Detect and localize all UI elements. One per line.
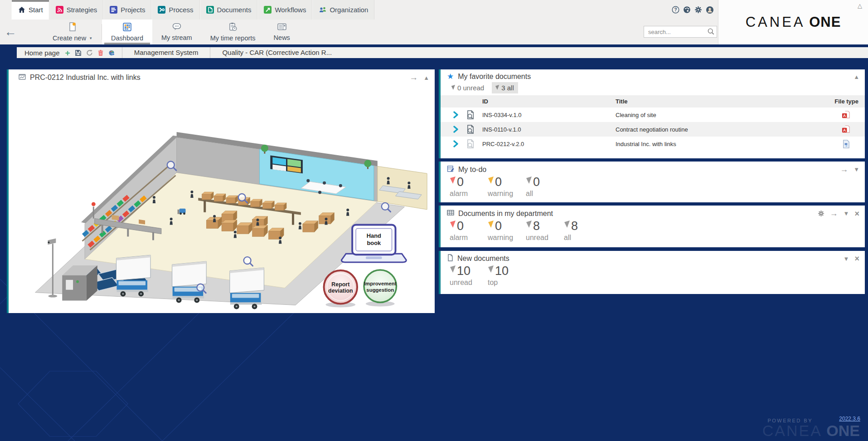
nav-tab-label: Strategies (67, 6, 97, 14)
dashboard-tab-quality-car[interactable]: Quality - CAR (Corrective Action R... (210, 47, 344, 58)
save-dashboard-icon[interactable] (75, 49, 82, 56)
nav-tab-start[interactable]: Start (11, 0, 49, 20)
pdf-file-icon[interactable] (842, 111, 850, 119)
count-warning[interactable]: 0 warning (488, 220, 514, 242)
collapse-panel-icon[interactable]: ▲ (853, 74, 859, 80)
news-button[interactable]: News (265, 20, 299, 44)
svg-text:Hand: Hand (367, 232, 381, 239)
help-icon[interactable]: ? (672, 6, 679, 14)
svg-text:deviation: deviation (328, 288, 353, 294)
doc-title: Contract negotiation routine (616, 126, 806, 133)
count-warning[interactable]: 0 warning (488, 176, 514, 198)
count-top[interactable]: 10 top (488, 265, 514, 287)
collapse-header-icon[interactable]: △ (858, 2, 862, 9)
column-title: Title (616, 98, 806, 105)
version-link[interactable]: 2022.3.6 (839, 416, 860, 422)
favorites-table: ID Title File type INS-0334-v.1.0 Cleani… (441, 95, 865, 151)
home-icon (18, 6, 25, 14)
stream-bubble-icon (172, 23, 181, 32)
report-deviation-button[interactable]: Report deviation (324, 270, 358, 307)
count-all[interactable]: 8 all (564, 220, 590, 242)
dashboard-tab-management-system[interactable]: Management System (122, 47, 210, 58)
linked-document-file-icon[interactable] (842, 140, 850, 148)
tab-all[interactable]: 3 all (492, 82, 518, 93)
refresh-icon[interactable] (86, 49, 93, 56)
workflows-icon (264, 6, 272, 14)
new-documents-header: New documents ▼ × (441, 251, 865, 264)
department-counts: 0 alarm 0 warning 8 unread 8 all (441, 219, 865, 242)
table-row[interactable]: PRC-0212-v.2.0 Industrial Inc. with link… (441, 137, 865, 151)
department-documents-panel: Documents in my department → ▼ × 0 alarm… (439, 206, 865, 247)
search-input[interactable] (644, 26, 717, 38)
document-preview-icon[interactable] (466, 125, 475, 134)
process-map-header: PRC-0212 Industrial Inc. with links → ▲ (9, 69, 435, 83)
dashboard-tab-home-page[interactable]: Home page (17, 49, 65, 57)
document-page-icon (447, 254, 453, 263)
nav-tab-label: Documents (217, 6, 252, 14)
dashboard-button[interactable]: Dashboard (102, 20, 152, 44)
search-icon[interactable] (708, 28, 714, 37)
department-header: Documents in my department → ▼ × (441, 206, 865, 219)
expand-panel-icon[interactable]: ▼ (844, 255, 849, 262)
open-in-arrow-icon[interactable]: → (840, 165, 848, 174)
svg-text:Report: Report (331, 281, 349, 288)
settings-gear-icon[interactable] (694, 6, 702, 14)
nav-tab-organization[interactable]: Organization (312, 0, 374, 20)
expand-panel-icon[interactable]: ▼ (853, 166, 859, 173)
document-preview-icon[interactable] (466, 110, 475, 120)
apply-theme-icon[interactable] (108, 49, 116, 56)
new-documents-title: New documents (457, 255, 509, 263)
expand-panel-icon[interactable]: ▼ (844, 210, 849, 217)
add-dashboard-icon[interactable]: + (65, 49, 70, 56)
nav-tab-label: Process (169, 6, 193, 14)
count-unread[interactable]: 8 unread (526, 220, 552, 242)
factory-process-map-illustration[interactable]: Hand book Report deviation Improvement s… (9, 83, 434, 310)
dashboard-icon (123, 23, 131, 33)
favorites-header: ★ My favorite documents ▲ (441, 69, 865, 82)
document-preview-icon[interactable] (466, 139, 475, 149)
nav-tab-workflows[interactable]: Workflows (257, 0, 312, 20)
process-map-icon (19, 74, 26, 82)
my-time-reports-button[interactable]: My time reports (201, 20, 265, 44)
flag-icon (488, 265, 494, 273)
close-panel-icon[interactable]: × (854, 255, 859, 262)
open-in-arrow-icon[interactable]: → (830, 209, 838, 218)
nav-tab-process[interactable]: Process (151, 0, 199, 20)
tab-unread[interactable]: 0 unread (448, 82, 488, 93)
close-panel-icon[interactable]: × (854, 211, 859, 217)
ribbon-toolbar: ← Create new▼ Dashboard My stream My tim… (0, 20, 718, 44)
brand-zone: △ CANEA ONE (718, 0, 868, 44)
nav-tab-label: Organization (330, 6, 368, 14)
palette-icon[interactable] (683, 6, 691, 14)
expand-chevron-icon[interactable] (453, 140, 459, 147)
count-unread[interactable]: 10 unread (450, 265, 476, 287)
expand-chevron-icon[interactable] (453, 111, 459, 118)
flag-icon (495, 85, 499, 90)
nav-tab-label: Workflows (275, 6, 306, 14)
create-new-button[interactable]: Create new▼ (44, 20, 102, 44)
create-new-icon (69, 22, 76, 33)
open-in-arrow-icon[interactable]: → (409, 73, 418, 83)
improvement-suggestion-button[interactable]: Improvement suggestion (364, 270, 397, 306)
nav-tab-strategies[interactable]: Strategies (49, 0, 104, 20)
table-row[interactable]: INS-0110-v.1.0 Contract negotiation rout… (441, 122, 865, 137)
table-row[interactable]: INS-0334-v.1.0 Cleaning of site (441, 108, 865, 122)
process-map-card: PRC-0212 Industrial Inc. with links → ▲ (7, 69, 435, 313)
collapse-panel-icon[interactable]: ▲ (423, 74, 429, 81)
column-id: ID (482, 98, 616, 105)
my-stream-button[interactable]: My stream (152, 20, 201, 44)
nav-tab-documents[interactable]: Documents (200, 0, 258, 20)
count-alarm[interactable]: 0 alarm (450, 176, 476, 198)
expand-chevron-icon[interactable] (453, 126, 459, 133)
process-map-title: PRC-0212 Industrial Inc. with links (30, 74, 141, 82)
count-all[interactable]: 0 all (526, 176, 552, 198)
nav-tab-projects[interactable]: Projects (103, 0, 151, 20)
user-avatar-icon[interactable] (706, 6, 714, 14)
flag-icon (450, 176, 456, 184)
back-button[interactable]: ← (0, 20, 21, 44)
panel-settings-gear-icon[interactable] (818, 210, 824, 217)
flag-icon (450, 265, 456, 273)
count-alarm[interactable]: 0 alarm (450, 220, 476, 242)
pdf-file-icon[interactable] (842, 125, 850, 134)
delete-trash-icon[interactable] (97, 49, 104, 56)
